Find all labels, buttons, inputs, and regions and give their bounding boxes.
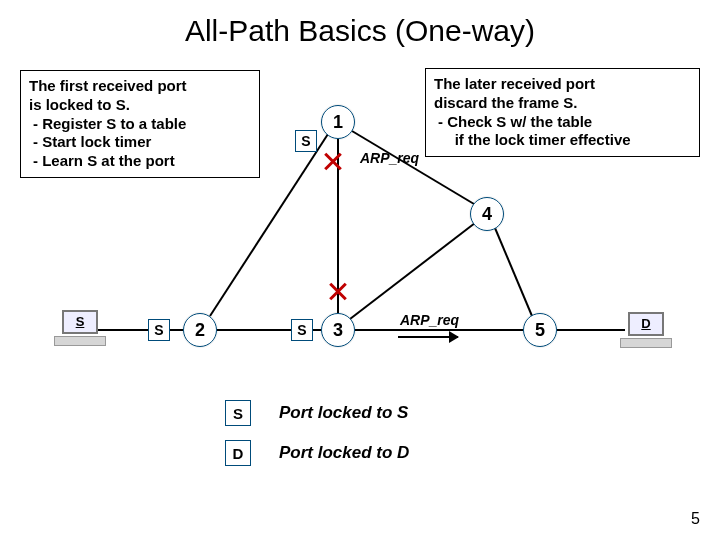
- node-2: 2: [183, 313, 217, 347]
- arp-req-label: ARP_req: [400, 312, 459, 328]
- monitor-icon: [62, 310, 98, 334]
- callout-bullet: - Learn S at the port: [29, 152, 251, 171]
- callout-later-received: The later received port discard the fram…: [425, 68, 700, 157]
- node-4: 4: [470, 197, 504, 231]
- legend-row-d: D Port locked to D: [225, 440, 409, 466]
- x-mark-icon: [327, 280, 349, 302]
- callout-line: The later received port: [434, 75, 691, 94]
- legend-text: Port locked to S: [279, 403, 408, 423]
- callout-bullet: if the lock timer effective: [434, 131, 691, 150]
- host-destination: [620, 312, 672, 352]
- arrow-right-icon: [398, 336, 458, 338]
- host-base-icon: [620, 338, 672, 348]
- legend-badge-s: S: [225, 400, 251, 426]
- page-title: All-Path Basics (One-way): [0, 14, 720, 48]
- callout-first-received: The first received port is locked to S. …: [20, 70, 260, 178]
- callout-line: is locked to S.: [29, 96, 251, 115]
- monitor-icon: [628, 312, 664, 336]
- node-3: 3: [321, 313, 355, 347]
- svg-line-8: [350, 223, 475, 319]
- callout-bullet: - Start lock timer: [29, 133, 251, 152]
- host-source: [54, 310, 106, 350]
- legend-row-s: S Port locked to S: [225, 400, 408, 426]
- arp-req-label: ARP_req: [360, 150, 419, 166]
- port-badge-s: S: [291, 319, 313, 341]
- legend-badge-d: D: [225, 440, 251, 466]
- callout-bullet: - Register S to a table: [29, 115, 251, 134]
- host-base-icon: [54, 336, 106, 346]
- node-1: 1: [321, 105, 355, 139]
- callout-line: discard the frame S.: [434, 94, 691, 113]
- x-mark-icon: [322, 150, 344, 172]
- page-number: 5: [691, 510, 700, 528]
- legend-text: Port locked to D: [279, 443, 409, 463]
- port-badge-s: S: [148, 319, 170, 341]
- callout-line: The first received port: [29, 77, 251, 96]
- callout-bullet: - Check S w/ the table: [434, 113, 691, 132]
- node-5: 5: [523, 313, 557, 347]
- svg-line-7: [495, 228, 532, 316]
- port-badge-s: S: [295, 130, 317, 152]
